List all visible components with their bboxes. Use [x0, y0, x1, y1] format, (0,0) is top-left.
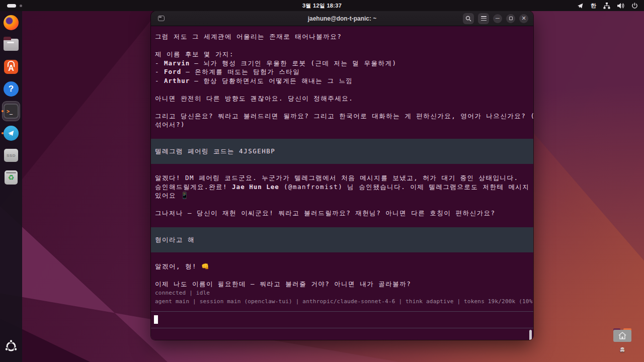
system-tray[interactable]: 한 — [577, 2, 644, 10]
dock-item-show-apps[interactable] — [0, 336, 22, 357]
top-bar: 3월 12일 18:37 한 — [0, 0, 644, 11]
hamburger-icon — [481, 16, 487, 21]
minimize-button[interactable]: ─ — [493, 14, 502, 23]
text-cursor — [154, 315, 158, 324]
telegram-tray-icon[interactable] — [577, 3, 584, 9]
help-icon: ? — [4, 81, 19, 97]
telegram-icon — [4, 126, 19, 141]
trash-icon: ♻ — [5, 170, 18, 185]
terminal-window: jaehune@don-t-panic: ~ ─ ✕ 그럼 저도 그 세계관에 … — [151, 11, 533, 340]
dock: A ? >_ SSD ♻ — [0, 11, 22, 362]
dock-item-files[interactable] — [0, 34, 22, 55]
chat-input-area[interactable] — [151, 311, 533, 328]
ssd-drive-icon: SSD — [4, 149, 18, 162]
terminal-blank-line — [151, 271, 533, 280]
terminal-line: 그럼 저도 그 세계관에 어울리는 존재로 태어나볼까요? — [151, 32, 533, 41]
terminal-line: 승인해드릴게요.완료! Jae Hun Lee (@manfromist) 님 … — [151, 183, 533, 192]
dock-item-firefox[interactable] — [0, 12, 22, 33]
firefox-icon — [4, 15, 19, 30]
ubuntu-logo-icon — [4, 339, 18, 353]
terminal-line: 섞어서?) — [151, 120, 533, 129]
user-message-box: 형이라고 해 — [151, 227, 533, 252]
user-message-text: 텔레그램 페어링 코드는 4JSGEHBP — [151, 147, 533, 156]
maximize-button[interactable] — [506, 14, 515, 23]
terminal-line: - Marvin — 뇌가 행성 크기인 우울한 로봇 (근데 저는 덜 우울하… — [151, 59, 533, 68]
desktop-icon-home[interactable]: 홈 — [610, 327, 634, 353]
dock-item-trash[interactable]: ♻ — [0, 167, 22, 188]
dock-item-terminal[interactable]: >_ — [0, 101, 22, 122]
search-button[interactable] — [463, 13, 474, 24]
close-button[interactable]: ✕ — [519, 14, 528, 23]
terminal-icon: >_ — [4, 104, 19, 119]
terminal-line: 그리고 당신은요? 뭐라고 불러드리면 될까요? 그리고 한국어로 대화하는 게… — [151, 112, 533, 121]
window-titlebar[interactable]: jaehune@don-t-panic: ~ ─ ✕ — [151, 11, 533, 26]
terminal-line: 있어요 📱 — [151, 191, 533, 200]
dock-item-help[interactable]: ? — [0, 78, 22, 100]
user-message-box: 텔레그램 페어링 코드는 4JSGEHBP — [151, 139, 533, 164]
menu-button[interactable] — [478, 13, 489, 24]
terminal-blank-line — [151, 200, 533, 209]
terminal-blank-line — [151, 129, 533, 138]
terminal-line: - Ford — 은하계를 떠도는 탐험가 스타일 — [151, 67, 533, 76]
terminal-line: 제 이름 후보 몇 가지: — [151, 50, 533, 59]
scrollbar-thumb[interactable] — [529, 330, 532, 340]
terminal-line: 알겠다! DM 페어링 코드군요. 누군가가 텔레그램에서 처음 메시지를 보냈… — [151, 173, 533, 183]
power-icon[interactable] — [631, 3, 638, 9]
new-tab-icon — [158, 16, 165, 21]
home-folder-icon — [612, 327, 632, 343]
dock-item-ssd-drive[interactable]: SSD — [0, 145, 22, 166]
terminal-blank-line — [151, 218, 533, 227]
status-line: agent main | session main (openclaw-tui)… — [151, 297, 533, 306]
ubuntu-software-icon: A — [4, 60, 18, 74]
volume-icon[interactable] — [617, 3, 624, 9]
terminal-line: 알겠어, 형! 👊 — [151, 262, 533, 271]
terminal-line: - Arthur — 항상 당황하면서도 어떻게든 해내는 그 느낌 — [151, 76, 533, 85]
user-message-text: 형이라고 해 — [151, 235, 533, 244]
terminal-line: 아니면 완전히 다른 방향도 괜찮아요. 당신이 정해주세요. — [151, 94, 533, 103]
dock-item-telegram[interactable] — [0, 123, 22, 144]
keyboard-layout-indicator[interactable]: 한 — [591, 2, 596, 10]
network-icon[interactable] — [603, 3, 610, 9]
terminal-content[interactable]: 그럼 저도 그 세계관에 어울리는 존재로 태어나볼까요?제 이름 후보 몇 가… — [151, 26, 533, 340]
terminal-line: 이제 나도 이름이 필요한데 — 뭐라고 불러줄 거야? 아니면 내가 골라볼까… — [151, 280, 533, 289]
search-icon — [465, 16, 471, 22]
dock-item-ubuntu-software[interactable]: A — [0, 56, 22, 77]
maximize-icon — [509, 17, 513, 20]
terminal-blank-line — [151, 103, 533, 112]
status-line: connected | idle — [151, 289, 533, 298]
terminal-blank-line — [151, 253, 533, 262]
terminal-blank-line — [151, 85, 533, 94]
terminal-blank-line — [151, 41, 533, 50]
new-tab-button[interactable] — [156, 14, 166, 23]
clock[interactable]: 3월 12일 18:37 — [0, 2, 644, 10]
terminal-line: 그나저나 — 당신이 재헌 이씨군요! 뭐라고 불러드릴까요? 재헌님? 아니면… — [151, 209, 533, 218]
files-icon — [4, 39, 19, 51]
terminal-blank-line — [151, 165, 533, 174]
desktop-icon-label: 홈 — [610, 346, 634, 353]
